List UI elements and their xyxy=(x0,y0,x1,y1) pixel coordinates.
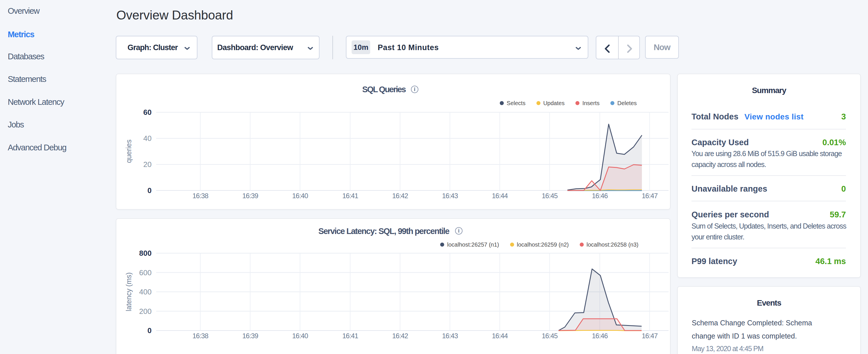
svg-text:16:44: 16:44 xyxy=(492,332,508,340)
svg-text:latency (ms): latency (ms) xyxy=(125,272,133,311)
svg-text:16:40: 16:40 xyxy=(292,192,308,200)
svg-text:600: 600 xyxy=(139,268,152,277)
svg-text:16:38: 16:38 xyxy=(192,192,208,200)
svg-text:queries: queries xyxy=(125,139,133,163)
svg-text:16:43: 16:43 xyxy=(442,192,458,200)
svg-text:16:46: 16:46 xyxy=(592,192,608,200)
svg-text:20: 20 xyxy=(143,160,152,169)
svg-text:16:47: 16:47 xyxy=(642,192,658,200)
svg-text:16:39: 16:39 xyxy=(242,332,258,340)
svg-text:16:40: 16:40 xyxy=(292,332,308,340)
svg-text:16:45: 16:45 xyxy=(541,332,558,340)
svg-text:16:41: 16:41 xyxy=(342,192,358,200)
svg-text:200: 200 xyxy=(139,307,152,316)
svg-text:16:42: 16:42 xyxy=(392,192,408,200)
svg-text:16:44: 16:44 xyxy=(492,192,508,200)
svg-text:16:38: 16:38 xyxy=(192,332,208,340)
svg-text:40: 40 xyxy=(143,134,152,142)
svg-text:60: 60 xyxy=(143,108,152,117)
svg-text:16:39: 16:39 xyxy=(242,192,258,200)
svg-text:16:42: 16:42 xyxy=(392,332,408,340)
svg-text:16:46: 16:46 xyxy=(592,332,608,340)
svg-text:16:41: 16:41 xyxy=(342,332,358,340)
svg-text:16:47: 16:47 xyxy=(642,332,658,340)
svg-text:400: 400 xyxy=(139,288,152,296)
svg-text:0: 0 xyxy=(148,186,152,195)
svg-text:800: 800 xyxy=(139,249,152,257)
svg-text:0: 0 xyxy=(148,326,152,335)
svg-text:16:43: 16:43 xyxy=(442,332,458,340)
svg-text:16:45: 16:45 xyxy=(541,192,558,200)
